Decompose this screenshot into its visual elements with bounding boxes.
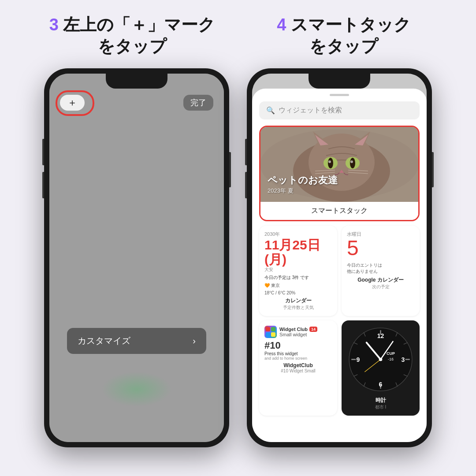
- right-screen-content: 🔍 ウィジェットを検索: [252, 74, 427, 442]
- svg-point-9: [350, 160, 353, 163]
- step3-number: 3: [49, 15, 59, 34]
- right-screen: 🔍 ウィジェットを検索: [252, 74, 427, 442]
- wclub-name-group: Widget Club 14 Small widget: [279, 327, 317, 337]
- widget-panel: 🔍 ウィジェットを検索: [252, 89, 427, 442]
- volume-down-button: [42, 172, 44, 198]
- clock-label: 時計: [347, 397, 414, 404]
- clock-widget[interactable]: 12 3 6 9 CUP -16: [342, 320, 420, 416]
- wclub-add: and add to home screen: [264, 356, 332, 361]
- plus-button-highlight: [56, 90, 94, 116]
- gcal-label: Google カレンダー: [347, 276, 414, 284]
- notch-left: [106, 74, 167, 89]
- wclub-badge: 14: [309, 327, 317, 332]
- cal-status: 大安: [264, 267, 332, 273]
- customize-arrow: ›: [193, 336, 196, 346]
- panel-handle: [330, 94, 349, 96]
- wclub-label: WidgetClub: [264, 362, 332, 368]
- volume-up-button: [42, 139, 44, 165]
- left-screen: ＋ 完了 カスタマイズ ›: [49, 74, 224, 442]
- wclub-header: Widget Club 14 Small widget: [264, 326, 332, 338]
- smart-stack-label: スマートスタック: [260, 202, 418, 220]
- right-iphone: 🔍 ウィジェットを検索: [247, 68, 432, 447]
- svg-text:6: 6: [379, 380, 383, 387]
- svg-text:3: 3: [402, 356, 405, 363]
- cat-image: ペットのお友達 2023年 夏: [260, 127, 418, 202]
- done-button[interactable]: 完了: [183, 95, 213, 111]
- cal-weather2: 18°C / 6°C 20%: [264, 290, 332, 295]
- volume-up-button-right: [245, 139, 247, 165]
- cat-subtitle: 2023年 夏: [268, 187, 338, 195]
- clock-sublabel: 都市 I: [347, 404, 414, 410]
- step3-label: 3 左上の「＋」マークをタップ: [26, 14, 238, 58]
- svg-text:12: 12: [377, 332, 384, 339]
- search-placeholder: ウィジェットを検索: [279, 106, 342, 115]
- search-icon: 🔍: [266, 106, 275, 115]
- svg-point-7: [350, 158, 355, 168]
- step4-text: スマートタックをタップ: [286, 15, 411, 56]
- step3-text: 左上の「＋」マークをタップ: [59, 15, 216, 56]
- svg-point-6: [328, 158, 333, 168]
- volume-down-button-right: [245, 172, 247, 198]
- step4-label: 4 スマートタックをタップ: [238, 14, 450, 58]
- cal-widget-sub: 予定件数と天気: [264, 305, 332, 311]
- blur-decoration: [101, 372, 172, 407]
- wclub-dot-red: [266, 327, 270, 331]
- gcal-note: 今日のエントリは他にありません: [347, 262, 414, 275]
- svg-point-42: [379, 357, 383, 361]
- customize-text: カスタマイズ: [78, 335, 130, 347]
- gcal-widget[interactable]: 水曜日 5 今日のエントリは他にありません Google カレンダー 次の予定: [342, 226, 420, 316]
- left-iphone: ＋ 完了 カスタマイズ ›: [44, 68, 229, 447]
- widget-grid: 2030年 11月25日(月) 大安 今日の予定は 3件 です 🧡 東京 18°…: [259, 226, 420, 416]
- cal-widget-label: カレンダー: [264, 297, 332, 305]
- wclub-num: #10: [264, 340, 332, 351]
- cal-weather: 🧡 東京: [264, 283, 332, 289]
- left-screen-content: ＋ 完了 カスタマイズ ›: [49, 74, 224, 442]
- notch-right: [309, 74, 370, 89]
- widgetclub-widget[interactable]: Widget Club 14 Small widget #10 Press th…: [259, 320, 337, 416]
- wclub-dot-blue: [266, 332, 270, 337]
- cal-schedule: 今日の予定は 3件 です: [264, 275, 332, 281]
- widget-search-bar[interactable]: 🔍 ウィジェットを検索: [259, 101, 420, 119]
- clock-svg: 12 3 6 9 CUP -16: [347, 326, 414, 393]
- cal-year: 2030年: [264, 231, 332, 238]
- wclub-icon: [264, 326, 277, 338]
- gcal-num: 5: [347, 238, 414, 259]
- cal-date: 11月25日(月): [264, 238, 332, 267]
- wclub-sublabel: #10 Widget Small: [264, 368, 332, 373]
- gcal-sub: 次の予定: [347, 284, 414, 290]
- cat-text-overlay: ペットのお友達 2023年 夏: [268, 174, 338, 195]
- smart-stack-widget[interactable]: ペットのお友達 2023年 夏 スマートスタック: [259, 126, 420, 221]
- power-button-right: [432, 152, 434, 187]
- phones-container: ＋ 完了 カスタマイズ ›: [26, 68, 450, 447]
- calendar-widget[interactable]: 2030年 11月25日(月) 大安 今日の予定は 3件 です 🧡 東京 18°…: [259, 226, 337, 316]
- svg-text:-16: -16: [388, 357, 394, 361]
- cat-title: ペットのお友達: [268, 174, 338, 187]
- wclub-press: Press this widget: [264, 351, 332, 356]
- svg-text:9: 9: [357, 356, 360, 363]
- power-button: [229, 152, 231, 187]
- svg-point-8: [328, 160, 331, 163]
- step4-number: 4: [277, 15, 286, 34]
- wclub-sub: Small widget: [279, 332, 317, 337]
- customize-bar[interactable]: カスタマイズ ›: [67, 328, 206, 354]
- wclub-name: Widget Club: [279, 327, 308, 332]
- svg-text:CUP: CUP: [387, 351, 395, 356]
- wclub-dot-green: [271, 327, 275, 331]
- clock-face: 12 3 6 9 CUP -16: [347, 326, 414, 395]
- wclub-dot-yellow: [271, 332, 275, 337]
